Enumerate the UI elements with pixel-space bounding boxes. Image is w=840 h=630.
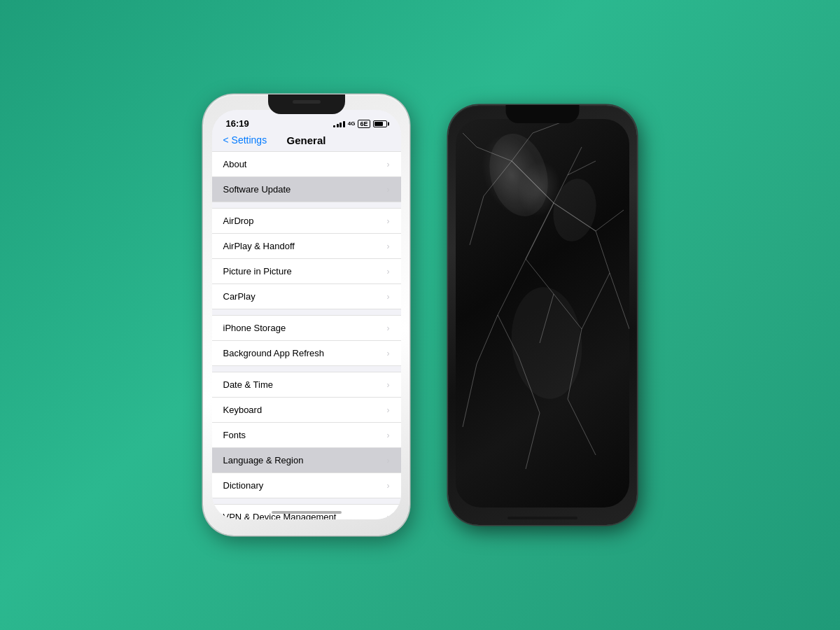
svg-line-8 [596, 231, 610, 273]
settings-label-airplay: AirPlay & Handoff [223, 241, 295, 251]
settings-label-language: Language & Region [223, 455, 304, 465]
svg-line-15 [533, 122, 561, 133]
svg-line-26 [540, 294, 554, 343]
settings-group-2: AirDrop › AirPlay & Handoff › Picture in… [212, 208, 401, 309]
settings-row-airplay[interactable]: AirPlay & Handoff › [212, 234, 401, 259]
settings-row-keyboard[interactable]: Keyboard › [212, 398, 401, 423]
svg-line-7 [596, 210, 624, 231]
nav-bar: < Settings General [212, 132, 401, 151]
svg-line-0 [512, 161, 554, 203]
svg-point-30 [481, 127, 556, 223]
settings-row-about[interactable]: About › [212, 151, 401, 177]
settings-group-4: Date & Time › Keyboard › Fonts › Languag… [212, 372, 401, 498]
lte-badge: 6E [358, 120, 370, 128]
settings-row-date-time[interactable]: Date & Time › [212, 372, 401, 398]
svg-line-22 [526, 413, 540, 469]
chevron-carplay: › [387, 292, 390, 302]
status-time: 16:19 [226, 118, 249, 129]
settings-row-airdrop[interactable]: AirDrop › [212, 208, 401, 234]
svg-line-14 [470, 196, 484, 245]
battery-fill [374, 122, 383, 126]
svg-line-19 [519, 357, 540, 413]
settings-label-iphone-storage: iPhone Storage [223, 323, 286, 333]
svg-point-31 [549, 175, 601, 244]
svg-line-27 [512, 161, 554, 203]
speaker-left [293, 100, 321, 104]
svg-line-24 [526, 259, 554, 294]
svg-line-18 [463, 133, 477, 147]
nav-back-button[interactable]: < Settings [223, 134, 267, 146]
svg-line-6 [477, 147, 512, 161]
4g-badge: 4G [348, 120, 356, 127]
settings-row-software-update[interactable]: Software Update › [212, 177, 401, 202]
svg-line-16 [568, 161, 596, 175]
notch-right [506, 105, 580, 123]
chevron-vpn: › [387, 512, 390, 520]
svg-line-3 [554, 175, 568, 203]
status-icons: 4G 6E [333, 120, 386, 128]
svg-line-5 [512, 133, 533, 161]
svg-line-10 [477, 315, 498, 364]
svg-line-2 [554, 203, 596, 231]
iphone-right [448, 105, 637, 525]
chevron-airplay: › [387, 241, 390, 251]
svg-line-25 [554, 294, 582, 329]
settings-label-airdrop: AirDrop [223, 216, 254, 226]
chevron-background-refresh: › [387, 349, 390, 358]
svg-line-23 [568, 399, 596, 455]
svg-line-21 [568, 329, 582, 399]
home-indicator-right [507, 517, 578, 519]
svg-line-1 [526, 203, 554, 259]
screen-left: 16:19 4G 6E < Settings [212, 110, 401, 519]
settings-group-1: About › Software Update › [212, 151, 401, 202]
svg-line-13 [582, 273, 610, 329]
settings-label-about: About [223, 159, 247, 169]
settings-label-pip: Picture in Picture [223, 266, 292, 276]
svg-line-11 [498, 315, 519, 357]
settings-label-keyboard: Keyboard [223, 405, 262, 415]
settings-row-background-refresh[interactable]: Background App Refresh › [212, 341, 401, 366]
iphone-left: 16:19 4G 6E < Settings [203, 94, 410, 536]
settings-scroll: About › Software Update › AirDrop › [212, 151, 401, 519]
settings-row-iphone-storage[interactable]: iPhone Storage › [212, 315, 401, 341]
settings-row-dictionary[interactable]: Dictionary › [212, 473, 401, 498]
nav-title: General [287, 134, 326, 146]
settings-label-fonts: Fonts [223, 430, 246, 440]
chevron-keyboard: › [387, 405, 390, 415]
settings-label-date-time: Date & Time [223, 379, 274, 390]
svg-line-29 [526, 203, 554, 259]
screen-right-broken [456, 119, 629, 507]
svg-line-4 [484, 161, 512, 196]
chevron-software-update: › [387, 185, 390, 195]
svg-line-9 [498, 259, 526, 315]
settings-label-background-refresh: Background App Refresh [223, 348, 325, 358]
signal-bar-4 [343, 121, 345, 127]
signal-bar-1 [333, 125, 335, 127]
chevron-pip: › [387, 267, 390, 276]
svg-line-17 [568, 147, 582, 175]
chevron-airdrop: › [387, 216, 390, 226]
scene: 16:19 4G 6E < Settings [0, 0, 840, 630]
settings-row-fonts[interactable]: Fonts › [212, 423, 401, 448]
settings-row-carplay[interactable]: CarPlay › [212, 284, 401, 309]
chevron-about: › [387, 160, 390, 169]
settings-label-carplay: CarPlay [223, 291, 255, 302]
settings-row-language[interactable]: Language & Region › [212, 448, 401, 473]
settings-label-software-update: Software Update [223, 184, 291, 195]
crack-svg [456, 119, 629, 507]
battery-icon [373, 120, 387, 127]
notch-left [268, 94, 345, 114]
svg-point-32 [507, 284, 587, 402]
signal-bar-3 [340, 122, 342, 127]
settings-group-3: iPhone Storage › Background App Refresh … [212, 315, 401, 366]
chevron-dictionary: › [387, 481, 390, 491]
settings-row-pip[interactable]: Picture in Picture › [212, 259, 401, 284]
home-indicator-left [272, 511, 342, 514]
chevron-date-time: › [387, 380, 390, 390]
signal-bar-2 [337, 124, 339, 127]
chevron-language: › [387, 456, 390, 465]
svg-line-20 [463, 364, 477, 427]
svg-line-12 [610, 273, 629, 329]
chevron-fonts: › [387, 430, 390, 440]
signal-bars [333, 120, 345, 127]
